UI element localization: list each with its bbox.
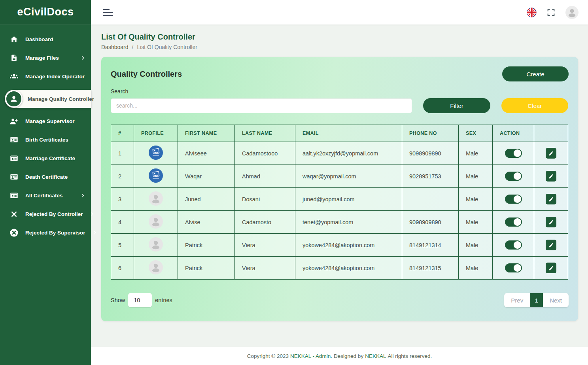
first-name-cell: Alviseee [178, 142, 235, 165]
status-toggle[interactable] [505, 149, 522, 158]
id-card-icon [9, 154, 19, 163]
sidebar-item-label: Rejected By Controller [25, 211, 83, 217]
profile-avatar [149, 260, 163, 274]
row-index: 5 [111, 234, 134, 257]
last-name-cell: Cadamosto [235, 211, 295, 234]
row-index: 2 [111, 165, 134, 188]
footer-copyright: Copyright © 2023 [247, 353, 289, 359]
sidebar-item-label: Marriage Certificate [25, 155, 75, 161]
card-header: Quality Controllers Create [111, 66, 569, 81]
filter-button[interactable]: Filter [423, 98, 490, 113]
table-row: 2 Waqar Ahmad waqar@yopmail.com 90289517… [111, 165, 568, 188]
sidebar-item-all-certificates[interactable]: All Certificates [0, 186, 91, 205]
edit-button[interactable] [546, 194, 556, 204]
table-row: 5 Patrick Viera yokowe4284@akoption.com … [111, 234, 568, 257]
sidebar-item-manage-quality-controller[interactable]: Manage Quality Controller [5, 90, 91, 108]
edit-button[interactable] [546, 217, 556, 227]
header-sex: SEX [459, 125, 493, 142]
photo-avatar-icon [149, 146, 163, 160]
status-toggle[interactable] [505, 172, 522, 181]
current-page-button[interactable]: 1 [530, 293, 543, 307]
table-row: 1 Alviseee Cadamostooo aalt.yk2oxzyjfd@y… [111, 142, 568, 165]
action-cell [493, 234, 534, 257]
app-window: eCivilDocs Dashboard Manage Files [0, 0, 588, 365]
email-cell: tenet@yopmail.com [295, 211, 402, 234]
profile-avatar [149, 237, 163, 252]
footer-brand-link[interactable]: NEKKAL [365, 353, 386, 359]
clear-button[interactable]: Clear [501, 98, 568, 113]
edit-button[interactable] [546, 148, 556, 159]
sidebar-item-birth-certificates[interactable]: Birth Certificates [0, 130, 91, 149]
phone-cell: 9098909890 [402, 142, 459, 165]
row-index: 4 [111, 211, 134, 234]
edit-button[interactable] [546, 240, 556, 250]
sidebar-item-manage-files[interactable]: Manage Files [0, 49, 91, 67]
footer-brand-admin-link[interactable]: NEKKAL - Admin. [290, 353, 332, 359]
create-button[interactable]: Create [502, 66, 569, 81]
show-label: Show [111, 297, 125, 303]
user-avatar[interactable] [565, 6, 579, 19]
row-index: 3 [111, 188, 134, 211]
app-logo[interactable]: eCivilDocs [17, 6, 74, 18]
pencil-icon [548, 242, 554, 248]
sidebar-item-rejected-by-supervisor[interactable]: Rejected By Supervisor [0, 223, 91, 242]
sidebar-item-manage-index-operator[interactable]: Manage Index Operator [0, 67, 91, 86]
header-profile: PROFILE [134, 125, 178, 142]
content: List Of Quality Controller Dashboard / L… [91, 25, 588, 347]
email-cell: yokowe4284@akoption.com [295, 257, 402, 280]
id-card-icon [9, 191, 19, 200]
prev-page-button[interactable]: Prev [504, 293, 530, 307]
sidebar-item-marriage-certificate[interactable]: Marriage Certificate [0, 149, 91, 168]
header-index: # [111, 125, 134, 142]
entries-count-input[interactable] [128, 293, 152, 307]
breadcrumb-separator: / [132, 44, 134, 50]
status-toggle[interactable] [505, 217, 522, 227]
edit-cell [534, 142, 568, 165]
people-group-icon [9, 72, 19, 81]
topbar-actions [527, 6, 579, 19]
last-name-cell: Viera [235, 234, 295, 257]
file-icon [9, 54, 19, 62]
next-page-button[interactable]: Next [543, 293, 569, 307]
person-avatar-icon [149, 191, 163, 206]
edit-cell [534, 165, 568, 188]
status-toggle[interactable] [505, 195, 522, 204]
action-cell [493, 165, 534, 188]
header-first-name: FIRST NAME [178, 125, 235, 142]
sidebar-item-manage-supervisor[interactable]: Manage Supervisor [0, 112, 91, 130]
status-toggle[interactable] [505, 240, 522, 250]
edit-button[interactable] [546, 171, 556, 182]
chevron-right-icon [80, 55, 85, 61]
id-card-icon [9, 173, 19, 181]
sex-cell: Male [459, 257, 493, 280]
hamburger-menu-icon[interactable] [101, 7, 115, 18]
action-cell [493, 211, 534, 234]
last-name-cell: Viera [235, 257, 295, 280]
phone-cell: 8149121314 [402, 234, 459, 257]
person-avatar-icon [149, 237, 163, 252]
sidebar-item-dashboard[interactable]: Dashboard [0, 30, 91, 49]
sidebar-item-label: Dashboard [25, 36, 53, 42]
pagination: Prev 1 Next [504, 293, 569, 307]
sex-cell: Male [459, 188, 493, 211]
pencil-icon [548, 265, 554, 271]
profile-cell [134, 211, 178, 234]
language-flag-icon[interactable] [527, 8, 537, 17]
breadcrumb-dashboard-link[interactable]: Dashboard [101, 44, 129, 50]
search-input[interactable] [111, 98, 412, 113]
person-avatar-icon [149, 260, 163, 274]
sidebar-item-rejected-by-controller[interactable]: Rejected By Controller [0, 205, 91, 223]
sidebar-item-label: Birth Certificates [25, 137, 68, 143]
fullscreen-icon[interactable] [547, 8, 555, 17]
quality-controllers-table: # PROFILE FIRST NAME LAST NAME EMAIL PHO… [111, 125, 568, 280]
profile-cell [134, 188, 178, 211]
edit-cell [534, 234, 568, 257]
logo-area: eCivilDocs [0, 0, 91, 25]
last-name-cell: Dosani [235, 188, 295, 211]
table-footer: Show entries Prev 1 Next [111, 293, 569, 307]
edit-button[interactable] [546, 263, 556, 273]
status-toggle[interactable] [505, 263, 522, 272]
header-edit [534, 125, 568, 142]
sex-cell: Male [459, 234, 493, 257]
sidebar-item-death-certificate[interactable]: Death Certificate [0, 168, 91, 186]
